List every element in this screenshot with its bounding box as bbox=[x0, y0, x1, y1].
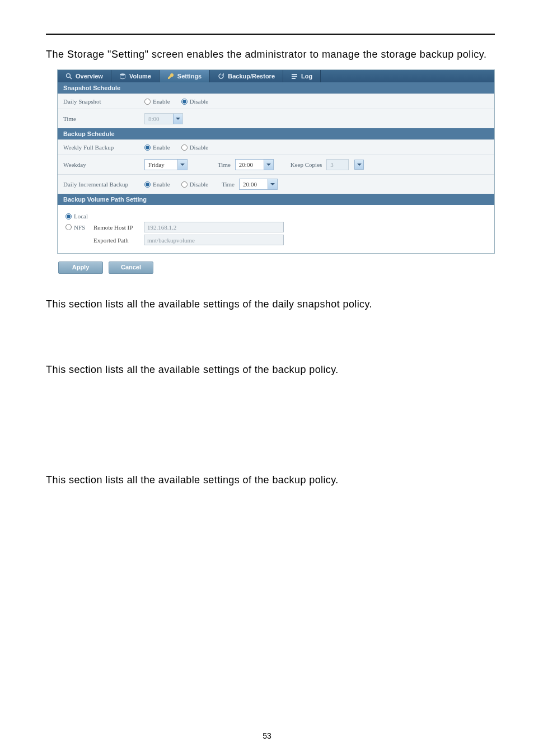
row-snapshot-time: Time 8:00 bbox=[58, 109, 494, 128]
tab-settings[interactable]: Settings bbox=[160, 70, 210, 82]
refresh-icon bbox=[218, 73, 224, 80]
list-icon bbox=[291, 73, 298, 80]
settings-screenshot: Overview Volume Settings Backup/Restore bbox=[57, 69, 495, 254]
section-backup-volume-path: Backup Volume Path Setting bbox=[58, 194, 494, 205]
label-keep-copies: Keep Copies bbox=[291, 161, 322, 168]
apply-button[interactable]: Apply bbox=[58, 262, 103, 274]
disk-icon bbox=[119, 73, 126, 80]
select-di-time[interactable]: 20:00 bbox=[239, 179, 278, 190]
tab-backup-restore[interactable]: Backup/Restore bbox=[210, 70, 283, 82]
radio-di-disable[interactable]: Disable bbox=[181, 181, 209, 188]
row-weekly-full-backup: Weekly Full Backup Enable Disable bbox=[58, 139, 494, 155]
tab-overview[interactable]: Overview bbox=[58, 70, 111, 82]
radio-daily-snapshot-enable[interactable]: Enable bbox=[144, 98, 170, 105]
svg-point-2 bbox=[120, 73, 125, 76]
row-weekday: Weekday Friday Time 20:00 Keep Copies 3 bbox=[58, 155, 494, 174]
label-exported-path: Exported Path bbox=[93, 237, 144, 244]
svg-rect-3 bbox=[292, 74, 297, 75]
radio-di-enable[interactable]: Enable bbox=[144, 181, 170, 188]
tab-volume[interactable]: Volume bbox=[111, 70, 160, 82]
row-daily-snapshot: Daily Snapshot Enable Disable bbox=[58, 94, 494, 109]
radio-path-local[interactable]: Local bbox=[65, 213, 88, 220]
page-number: 53 bbox=[0, 731, 534, 740]
svg-line-1 bbox=[70, 77, 72, 79]
row-daily-incremental: Daily Incremental Backup Enable Disable … bbox=[58, 174, 494, 194]
tab-bar: Overview Volume Settings Backup/Restore bbox=[58, 70, 494, 82]
wrench-icon bbox=[167, 73, 174, 80]
label-weekly-full-backup: Weekly Full Backup bbox=[63, 144, 144, 151]
tab-label: Log bbox=[301, 73, 312, 80]
tab-label: Settings bbox=[177, 73, 202, 80]
radio-path-nfs[interactable]: NFS bbox=[65, 224, 93, 231]
label-di-time: Time bbox=[222, 181, 235, 188]
tab-label: Volume bbox=[129, 73, 151, 80]
tab-log[interactable]: Log bbox=[283, 70, 321, 82]
magnifier-icon bbox=[65, 73, 72, 80]
chevron-down-icon[interactable] bbox=[264, 160, 273, 170]
tab-label: Backup/Restore bbox=[228, 73, 275, 80]
label-weekday: Weekday bbox=[63, 161, 144, 168]
button-row: Apply Cancel bbox=[58, 258, 493, 274]
field-keep-copies: 3 bbox=[326, 159, 349, 170]
chevron-down-icon bbox=[357, 164, 362, 166]
backup-volume-path-panel: Local NFS Remote Host IP Exported Path bbox=[58, 205, 494, 253]
horizontal-rule bbox=[46, 34, 495, 35]
tab-label: Overview bbox=[76, 73, 103, 80]
chevron-down-icon[interactable] bbox=[177, 160, 187, 170]
cancel-button[interactable]: Cancel bbox=[109, 262, 153, 274]
select-weekly-time[interactable]: 20:00 bbox=[235, 159, 274, 170]
label-snapshot-time: Time bbox=[63, 115, 144, 122]
label-daily-incremental: Daily Incremental Backup bbox=[63, 181, 144, 188]
paragraph-snapshot-policy: This section lists all the available set… bbox=[46, 298, 495, 310]
label-remote-host-ip: Remote Host IP bbox=[93, 224, 144, 231]
paragraph-backup-policy-2: This section lists all the available set… bbox=[46, 474, 495, 486]
section-snapshot-schedule: Snapshot Schedule bbox=[58, 82, 494, 94]
input-exported-path[interactable] bbox=[144, 235, 284, 245]
svg-rect-5 bbox=[292, 78, 296, 79]
keep-copies-dropdown[interactable] bbox=[354, 160, 364, 170]
intro-paragraph: The Storage "Setting" screen enables the… bbox=[46, 47, 495, 62]
label-weekly-time: Time bbox=[218, 161, 231, 168]
chevron-down-icon[interactable] bbox=[268, 179, 277, 189]
svg-rect-4 bbox=[292, 76, 297, 77]
radio-weekly-disable[interactable]: Disable bbox=[181, 144, 209, 151]
select-snapshot-time: 8:00 bbox=[144, 113, 183, 124]
section-backup-schedule: Backup Schedule bbox=[58, 128, 494, 139]
paragraph-backup-policy-1: This section lists all the available set… bbox=[46, 364, 495, 376]
svg-point-0 bbox=[67, 74, 71, 78]
label-daily-snapshot: Daily Snapshot bbox=[63, 98, 144, 105]
chevron-down-icon bbox=[173, 114, 182, 124]
input-remote-host-ip[interactable] bbox=[144, 222, 284, 232]
radio-weekly-enable[interactable]: Enable bbox=[144, 144, 170, 151]
radio-daily-snapshot-disable[interactable]: Disable bbox=[181, 98, 209, 105]
select-weekday[interactable]: Friday bbox=[144, 159, 188, 170]
